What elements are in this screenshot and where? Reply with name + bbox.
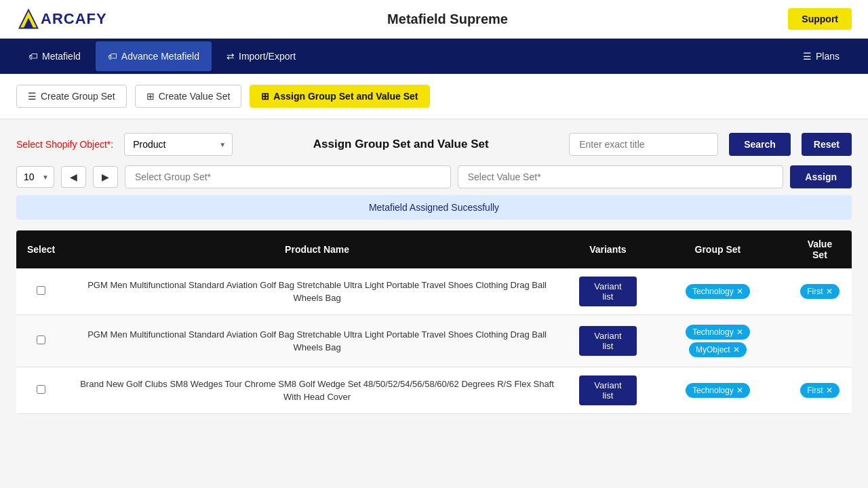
list-icon: ☰ [28, 91, 37, 102]
col-value-set: Value Set [788, 230, 852, 268]
tag-filled-icon: 🏷 [108, 51, 117, 62]
table-header-row: Select Product Name Variants Group Set V… [16, 230, 852, 268]
brand-name: ARCAFY [41, 10, 107, 28]
nav-bar: 🏷 Metafield 🏷 Advance Metafield ⇄ Import… [0, 39, 868, 74]
group-set-tag: Technology ✕ [686, 325, 750, 340]
table-row: Brand New Golf Clubs SM8 Wedges Tour Chr… [16, 367, 852, 414]
value-set-tag: First ✕ [800, 284, 839, 299]
variants-cell: Variant list [568, 268, 648, 315]
group-set-tag: Technology ✕ [686, 284, 750, 299]
controls-row-1: Select Shopify Object*: Product Order Cu… [16, 133, 852, 156]
import-icon: ⇄ [226, 51, 235, 62]
product-name-cell: PGM Men Multifunctional Standard Aviatio… [66, 315, 568, 367]
remove-group-set-icon[interactable]: ✕ [733, 345, 740, 354]
assign-section-title: Assign Group Set and Value Set [243, 138, 558, 151]
nav-advance-label: Advance Metafield [121, 51, 199, 62]
group-set-tag: Technology ✕ [686, 383, 750, 398]
select-object-label: Select Shopify Object*: [16, 139, 113, 150]
remove-group-set-icon[interactable]: ✕ [736, 287, 743, 296]
per-page-select-wrapper: 5 10 20 50 [16, 166, 54, 188]
value-set-tag: First ✕ [800, 383, 839, 398]
success-banner: Metafield Assigned Sucessfully [16, 195, 852, 220]
product-name-cell: Brand New Golf Clubs SM8 Wedges Tour Chr… [66, 367, 568, 414]
value-set-cell: First ✕ [788, 268, 852, 315]
table-icon: ⊞ [146, 91, 155, 102]
remove-value-set-icon[interactable]: ✕ [826, 287, 833, 296]
group-set-cell: Technology ✕MyObject ✕ [648, 315, 788, 367]
row-checkbox[interactable] [37, 286, 45, 295]
search-button[interactable]: Search [729, 133, 791, 156]
per-page-select[interactable]: 5 10 20 50 [16, 166, 54, 188]
variant-list-button[interactable]: Variant list [579, 326, 637, 356]
nav-item-plans[interactable]: ☰ Plans [791, 41, 852, 71]
value-set-cell [788, 315, 852, 367]
group-set-cell: Technology ✕ [648, 268, 788, 315]
row-checkbox[interactable] [37, 385, 45, 394]
variant-list-button[interactable]: Variant list [579, 277, 637, 306]
nav-plans-label: Plans [816, 51, 840, 62]
products-table: Select Product Name Variants Group Set V… [16, 230, 852, 414]
row-checkbox[interactable] [37, 336, 45, 344]
reset-button[interactable]: Reset [802, 133, 852, 156]
main-content: Select Shopify Object*: Product Order Cu… [0, 119, 868, 428]
arcafy-logo-icon [16, 7, 41, 31]
nav-item-import-export[interactable]: ⇄ Import/Export [214, 41, 308, 71]
success-message: Metafield Assigned Sucessfully [369, 202, 499, 213]
col-select: Select [16, 230, 66, 268]
toolbar: ☰ Create Group Set ⊞ Create Value Set ⊞ … [0, 74, 868, 119]
nav-import-label: Import/Export [239, 51, 296, 62]
col-variants: Variants [568, 230, 648, 268]
create-value-set-button[interactable]: ⊞ Create Value Set [135, 85, 242, 108]
create-group-set-button[interactable]: ☰ Create Group Set [16, 85, 127, 108]
product-name-cell: PGM Men Multifunctional Standard Aviatio… [66, 268, 568, 315]
group-set-input[interactable] [125, 165, 451, 188]
nav-metafield-label: Metafield [42, 51, 81, 62]
assign-button[interactable]: Assign [790, 165, 852, 188]
assign-group-value-set-label: Assign Group Set and Value Set [273, 91, 418, 102]
assign-icon: ⊞ [261, 91, 269, 102]
col-product-name: Product Name [66, 230, 568, 268]
support-button[interactable]: Support [788, 8, 852, 30]
variants-cell: Variant list [568, 315, 648, 367]
assign-group-value-set-button[interactable]: ⊞ Assign Group Set and Value Set [250, 85, 429, 108]
variants-cell: Variant list [568, 367, 648, 414]
remove-value-set-icon[interactable]: ✕ [826, 386, 833, 395]
value-set-cell: First ✕ [788, 367, 852, 414]
prev-page-button[interactable]: ◀ [61, 166, 86, 188]
next-page-button[interactable]: ▶ [93, 166, 118, 188]
nav-item-advance-metafield[interactable]: 🏷 Advance Metafield [96, 41, 212, 71]
controls-row-2: 5 10 20 50 ◀ ▶ Assign [16, 165, 852, 188]
tag-icon: 🏷 [28, 51, 38, 62]
app-title: Metafield Supreme [387, 12, 508, 27]
logo: ARCAFY [16, 7, 107, 31]
shopify-object-select-wrapper: Product Order Customer Collection [124, 133, 233, 156]
shopify-object-select[interactable]: Product Order Customer Collection [124, 133, 233, 156]
list-icon: ☰ [803, 51, 812, 62]
top-bar: ARCAFY Metafield Supreme Support [0, 0, 868, 39]
remove-group-set-icon[interactable]: ✕ [736, 327, 743, 337]
value-set-input[interactable] [458, 165, 784, 188]
create-value-set-label: Create Value Set [159, 91, 231, 102]
create-group-set-label: Create Group Set [41, 91, 115, 102]
table-row: PGM Men Multifunctional Standard Aviatio… [16, 268, 852, 315]
group-set-cell: Technology ✕ [648, 367, 788, 414]
col-group-set: Group Set [648, 230, 788, 268]
remove-group-set-icon[interactable]: ✕ [736, 386, 743, 395]
table-row: PGM Men Multifunctional Standard Aviatio… [16, 315, 852, 367]
search-input[interactable] [569, 133, 718, 156]
nav-item-metafield[interactable]: 🏷 Metafield [16, 41, 93, 71]
group-set-tag: MyObject ✕ [689, 342, 747, 357]
variant-list-button[interactable]: Variant list [579, 375, 637, 405]
